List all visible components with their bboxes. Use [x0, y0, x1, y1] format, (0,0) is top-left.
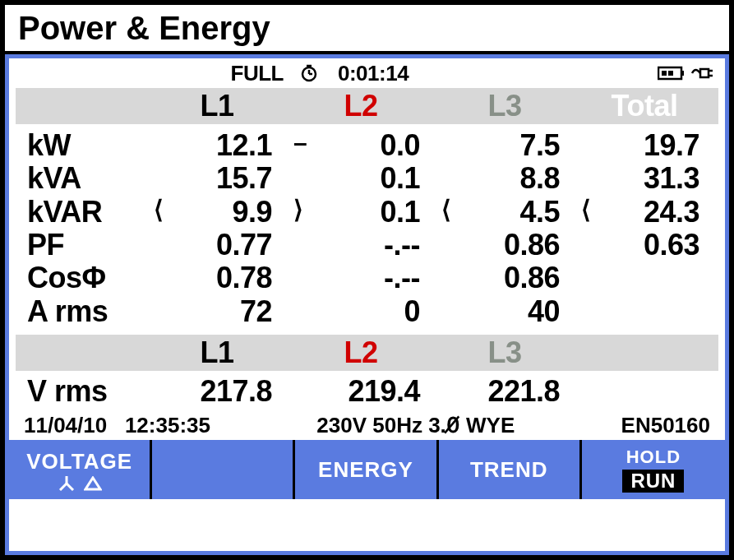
softkey-f2[interactable]	[152, 440, 295, 499]
kw-l2: –0.0	[287, 129, 435, 162]
row-kvar-label: kVAR	[16, 196, 147, 229]
vrms-row: V rms 217.8 219.4 221.8	[9, 373, 725, 410]
row-arms-label: A rms	[16, 295, 147, 328]
kva-total: 31.3	[575, 162, 714, 195]
delta-icon	[84, 476, 102, 491]
kvar-l3: ⟨4.5	[435, 196, 575, 229]
pf-l1: 0.77	[147, 229, 287, 261]
row-kw-label: kW	[16, 129, 147, 162]
cos-l2: -.--	[287, 261, 435, 294]
mode-label: FULL	[136, 61, 300, 86]
svg-rect-7	[668, 71, 673, 76]
softkey-voltage[interactable]: VOLTAGE	[9, 440, 152, 499]
kw-total: 19.7	[575, 129, 714, 162]
softkey-energy[interactable]: ENERGY	[295, 440, 438, 499]
inner-frame: FULL 0:01:14 L1 L2 L3 Total	[5, 54, 729, 555]
col-l2: L2	[287, 89, 435, 123]
row-kva-label: kVA	[16, 162, 147, 195]
svg-line-12	[60, 484, 67, 490]
footer-date: 11/04/10	[24, 413, 107, 437]
footer-status: 11/04/10 12:35:35 230V 50Hz 3.0̸ WYE EN5…	[9, 410, 725, 440]
softkey-voltage-label: VOLTAGE	[26, 449, 132, 474]
kva-l1: 15.7	[147, 162, 287, 195]
kw-l1: 12.1	[147, 129, 287, 162]
title-bar: Power & Energy	[5, 5, 729, 54]
battery-icon	[658, 66, 686, 81]
svg-marker-14	[85, 478, 100, 489]
row-cos-label: CosΦ	[16, 261, 147, 294]
screen-title: Power & Energy	[18, 10, 270, 47]
svg-rect-6	[662, 71, 667, 76]
wye-icon	[58, 476, 76, 491]
pf-l3: 0.86	[435, 229, 575, 261]
kvar-l2: ⟩0.1	[287, 196, 435, 229]
kvar-l1: ⟨9.9	[147, 196, 287, 229]
status-row: FULL 0:01:14	[9, 58, 725, 86]
row-vrms-label: V rms	[16, 374, 147, 408]
device-frame: Power & Energy FULL 0:01:14 L1 L2	[0, 0, 734, 560]
column-header-1: L1 L2 L3 Total	[16, 88, 718, 124]
svg-rect-5	[681, 71, 684, 76]
softkey-hold-run[interactable]: HOLD RUN	[582, 440, 725, 499]
softkey-bar: VOLTAGE ENERGY TREND HO	[9, 440, 725, 499]
footer-config: 230V 50Hz 3.0̸ WYE	[316, 413, 515, 438]
arms-l3: 40	[435, 295, 575, 328]
clock-icon	[300, 64, 333, 82]
softkey-trend-label: TREND	[470, 457, 548, 483]
col2-l3: L3	[435, 336, 575, 370]
col2-l1: L1	[147, 336, 287, 370]
cos-total	[575, 261, 714, 294]
svg-rect-8	[700, 69, 709, 77]
kvar-total: ⟨24.3	[575, 196, 714, 229]
col-l1: L1	[147, 89, 287, 123]
power-table: kW 12.1 –0.0 7.5 19.7 kVA 15.7 0.1 8.8 3…	[9, 126, 725, 333]
column-header-2: L1 L2 L3	[16, 335, 718, 371]
softkey-energy-label: ENERGY	[318, 457, 413, 483]
row-pf-label: PF	[16, 229, 147, 261]
vrms-l3: 221.8	[435, 374, 575, 408]
plug-icon	[690, 65, 713, 81]
pf-total: 0.63	[575, 229, 714, 261]
arms-total	[575, 295, 714, 328]
footer-time: 12:35:35	[125, 413, 210, 437]
pf-l2: -.--	[287, 229, 435, 261]
timer-value: 0:01:14	[333, 61, 615, 86]
kva-l2: 0.1	[287, 162, 435, 195]
softkey-run-label: RUN	[622, 470, 684, 493]
svg-line-13	[67, 484, 73, 490]
softkey-hold-label: HOLD	[626, 447, 681, 468]
cos-l3: 0.86	[435, 261, 575, 294]
col2-l2: L2	[287, 336, 435, 370]
arms-l1: 72	[147, 295, 287, 328]
col-total: Total	[575, 89, 714, 123]
footer-standard: EN50160	[621, 413, 710, 438]
cos-l1: 0.78	[147, 261, 287, 294]
kva-l3: 8.8	[435, 162, 575, 195]
col-l3: L3	[435, 89, 575, 123]
vrms-l2: 219.4	[287, 374, 435, 408]
softkey-trend[interactable]: TREND	[439, 440, 582, 499]
arms-l2: 0	[287, 295, 435, 328]
kw-l3: 7.5	[435, 129, 575, 162]
vrms-l1: 217.8	[147, 374, 287, 408]
